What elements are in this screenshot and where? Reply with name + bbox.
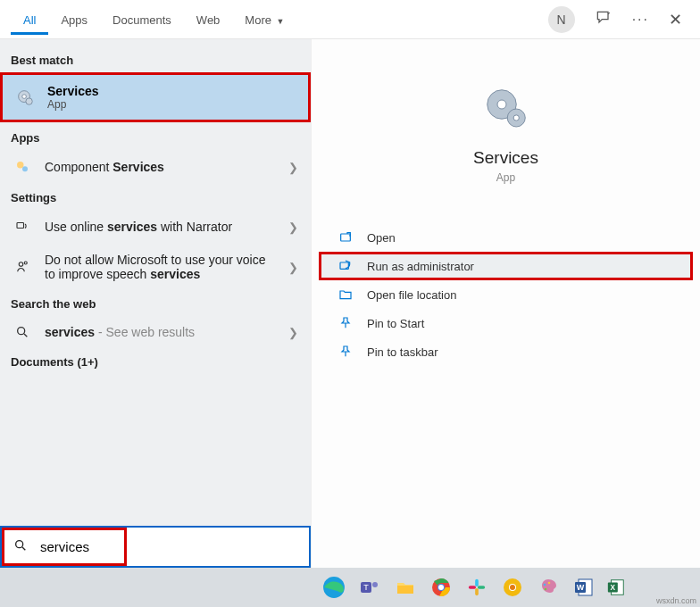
action-pin-to-taskbar[interactable]: Pin to taskbar — [319, 337, 693, 366]
svg-point-19 — [372, 582, 378, 587]
web-result-label: services - See web results — [45, 325, 276, 339]
search-input[interactable] — [35, 530, 124, 563]
best-match-item[interactable]: Services App — [0, 72, 311, 122]
svg-point-15 — [16, 540, 23, 547]
action-open[interactable]: Open — [319, 223, 693, 252]
taskbar-word-icon[interactable]: W — [570, 573, 598, 602]
watermark: wsxdn.com — [656, 596, 696, 605]
svg-text:T: T — [363, 583, 369, 592]
section-search-web: Search the web — [0, 290, 311, 316]
svg-rect-26 — [475, 588, 479, 595]
svg-point-4 — [22, 166, 28, 171]
svg-rect-27 — [478, 586, 485, 589]
action-pin-to-start[interactable]: Pin to Start — [319, 309, 693, 337]
avatar[interactable]: N — [548, 6, 575, 33]
tab-web[interactable]: Web — [184, 4, 233, 35]
best-match-title: Services — [47, 84, 99, 98]
svg-text:W: W — [577, 583, 585, 592]
action-label: Open file location — [367, 288, 456, 302]
speech-icon — [12, 259, 32, 275]
svg-rect-24 — [475, 579, 479, 586]
taskbar-chrome-icon[interactable] — [427, 573, 455, 602]
svg-point-12 — [513, 115, 519, 121]
search-icon — [12, 325, 32, 339]
svg-point-6 — [19, 262, 23, 267]
close-icon[interactable]: ✕ — [669, 10, 682, 29]
svg-rect-5 — [17, 223, 24, 229]
svg-point-7 — [24, 262, 27, 264]
details-subtitle: App — [312, 171, 700, 184]
section-settings: Settings — [0, 184, 311, 210]
web-result-services[interactable]: services - See web results ❯ — [0, 316, 311, 348]
tab-documents[interactable]: Documents — [100, 4, 184, 35]
svg-point-31 — [544, 584, 546, 586]
more-icon[interactable]: ··· — [632, 12, 649, 28]
svg-rect-25 — [469, 586, 476, 589]
svg-rect-20 — [397, 586, 413, 594]
component-services-icon — [12, 159, 32, 175]
gear-icon — [15, 87, 35, 107]
svg-point-32 — [548, 582, 551, 585]
svg-point-2 — [26, 98, 32, 104]
best-match-subtitle: App — [47, 98, 99, 111]
action-label: Pin to Start — [367, 317, 424, 330]
taskbar-slack-icon[interactable] — [462, 573, 491, 602]
search-bar[interactable] — [0, 526, 311, 568]
taskbar-explorer-icon[interactable] — [391, 573, 420, 602]
taskbar-paint-icon[interactable] — [534, 573, 562, 602]
results-list: Best match Services App Apps Component S… — [0, 39, 311, 568]
taskbar: T W X — [0, 568, 700, 607]
section-documents: Documents (1+) — [0, 348, 311, 374]
apps-result-label: Component Services — [45, 160, 276, 174]
open-icon — [338, 230, 354, 245]
svg-text:X: X — [611, 584, 616, 592]
admin-icon — [338, 259, 354, 273]
apps-result-component-services[interactable]: Component Services ❯ — [0, 150, 311, 184]
section-apps: Apps — [0, 124, 311, 150]
svg-point-8 — [18, 328, 25, 335]
gear-icon — [479, 82, 533, 136]
setting-label: Do not allow Microsoft to use your voice… — [45, 253, 276, 281]
action-label: Pin to taskbar — [367, 345, 438, 359]
pin-icon — [338, 345, 354, 359]
search-icon — [4, 538, 35, 556]
setting-narrator-services[interactable]: Use online services with Narrator ❯ — [0, 210, 311, 244]
chevron-right-icon: ❯ — [288, 161, 298, 174]
tab-apps[interactable]: Apps — [48, 4, 100, 35]
action-label: Open — [367, 231, 396, 245]
svg-point-3 — [17, 162, 24, 169]
details-title: Services — [312, 148, 700, 168]
folder-icon — [338, 287, 354, 302]
chevron-right-icon: ❯ — [288, 261, 298, 274]
action-label: Run as administrator — [367, 260, 474, 273]
details-pane: Services App Open Run as administrator O… — [311, 39, 700, 568]
chevron-down-icon: ▼ — [277, 17, 285, 26]
svg-point-10 — [497, 100, 506, 109]
setting-label: Use online services with Narrator — [45, 220, 276, 234]
svg-point-23 — [438, 585, 444, 590]
svg-point-33 — [545, 588, 547, 591]
search-tabs: All Apps Documents Web More ▼ N ··· ✕ — [0, 0, 700, 39]
chevron-right-icon: ❯ — [288, 326, 298, 339]
taskbar-edge-icon[interactable] — [320, 573, 348, 602]
svg-point-30 — [510, 585, 515, 590]
svg-point-1 — [22, 95, 27, 99]
action-run-as-administrator[interactable]: Run as administrator — [319, 252, 693, 280]
feedback-icon[interactable] — [595, 9, 612, 30]
action-open-file-location[interactable]: Open file location — [319, 280, 693, 309]
pin-icon — [338, 316, 354, 330]
tab-more[interactable]: More ▼ — [232, 4, 296, 35]
narrator-icon — [12, 219, 32, 235]
section-best-match: Best match — [0, 46, 311, 72]
chevron-right-icon: ❯ — [288, 220, 298, 234]
tab-all[interactable]: All — [11, 4, 48, 35]
svg-rect-13 — [341, 234, 351, 241]
taskbar-excel-icon[interactable]: X — [602, 573, 630, 602]
taskbar-chrome-canary-icon[interactable] — [498, 573, 527, 602]
taskbar-teams-icon[interactable]: T — [355, 573, 384, 602]
setting-speech-services[interactable]: Do not allow Microsoft to use your voice… — [0, 244, 311, 290]
